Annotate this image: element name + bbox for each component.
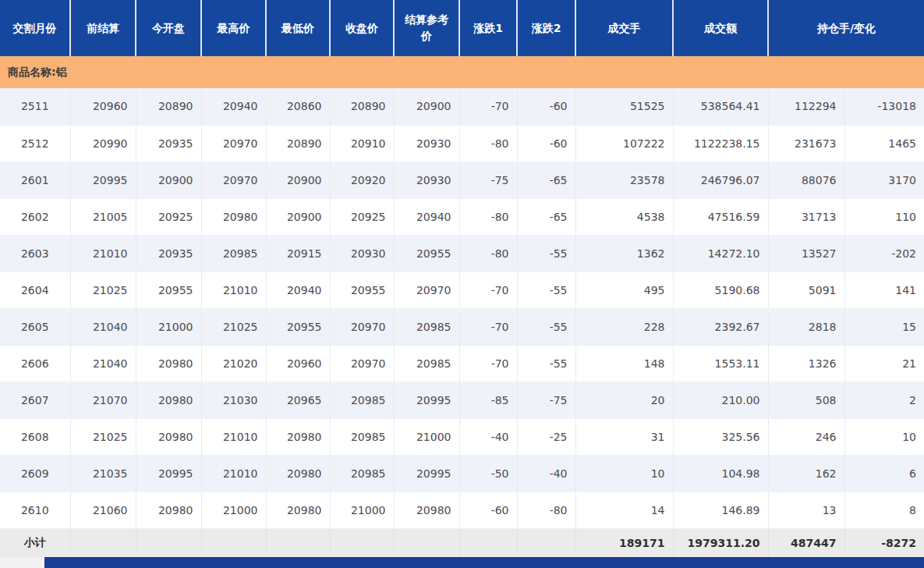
- cell-delivery_month: 2511: [0, 88, 70, 125]
- cell-prev_settlement: 21025: [70, 418, 136, 455]
- cell-oi_change: 3170: [844, 162, 924, 198]
- cell-turnover: 210.00: [673, 382, 768, 418]
- cell-settlement_ref: 20985: [394, 345, 459, 382]
- commodity-group-row: 商品名称:铝: [0, 56, 924, 88]
- subtotal-row: 小计 189171 1979311.20 487447 -8272: [0, 528, 924, 557]
- cell-settlement_ref: 20985: [394, 308, 459, 345]
- cell-prev_settlement: 21060: [70, 492, 136, 528]
- col-header-low: 最低价: [266, 0, 330, 56]
- cell-low: 20960: [266, 345, 330, 382]
- cell-delivery_month: 2609: [0, 455, 70, 492]
- cell-change1: -75: [459, 162, 517, 198]
- cell-empty: [517, 528, 575, 557]
- cell-settlement_ref: 20995: [394, 455, 459, 492]
- cell-close: 20920: [330, 162, 394, 198]
- subtotal-oi-change: -8272: [844, 528, 924, 557]
- cell-open_interest: 31713: [768, 198, 844, 235]
- cell-delivery_month: 2602: [0, 198, 70, 235]
- table-row: 2512209902093520970208902091020930-80-60…: [0, 125, 924, 162]
- cell-change2: -75: [517, 382, 575, 418]
- col-header-delivery-month: 交割月份: [0, 0, 70, 56]
- cell-change2: -65: [517, 162, 575, 198]
- cell-high: 21010: [201, 455, 266, 492]
- cell-open: 20925: [136, 198, 201, 235]
- cell-oi_change: -13018: [844, 88, 924, 125]
- cell-volume: 23578: [575, 162, 673, 198]
- cell-close: 20985: [330, 418, 394, 455]
- cell-oi_change: 2: [844, 382, 924, 418]
- cell-change2: -60: [517, 88, 575, 125]
- cell-delivery_month: 2605: [0, 308, 70, 345]
- table-row: 2605210402100021025209552097020985-70-55…: [0, 308, 924, 345]
- cell-low: 20860: [266, 88, 330, 125]
- cell-delivery_month: 2608: [0, 418, 70, 455]
- cell-change1: -70: [459, 345, 517, 382]
- cell-oi_change: 15: [844, 308, 924, 345]
- cell-volume: 4538: [575, 198, 673, 235]
- horizontal-scrollbar-thumb[interactable]: [44, 557, 924, 568]
- cell-oi_change: 10: [844, 418, 924, 455]
- cell-turnover: 246796.07: [673, 162, 768, 198]
- cell-high: 21020: [201, 345, 266, 382]
- cell-change2: -55: [517, 235, 575, 272]
- cell-change2: -65: [517, 198, 575, 235]
- cell-change1: -70: [459, 88, 517, 125]
- cell-volume: 10: [575, 455, 673, 492]
- cell-turnover: 1553.11: [673, 345, 768, 382]
- table-row: 2608210252098021010209802098521000-40-25…: [0, 418, 924, 455]
- cell-volume: 31: [575, 418, 673, 455]
- subtotal-label: 小计: [0, 528, 70, 557]
- cell-turnover: 1122238.15: [673, 125, 768, 162]
- cell-low: 20980: [266, 492, 330, 528]
- cell-open: 20980: [136, 418, 201, 455]
- cell-open: 20935: [136, 125, 201, 162]
- subtotal-open-interest: 487447: [768, 528, 844, 557]
- cell-low: 20890: [266, 125, 330, 162]
- cell-empty: [330, 528, 394, 557]
- table-row: 2602210052092520980209002092520940-80-65…: [0, 198, 924, 235]
- cell-empty: [136, 528, 201, 557]
- cell-turnover: 2392.67: [673, 308, 768, 345]
- cell-change1: -85: [459, 382, 517, 418]
- cell-open: 21000: [136, 308, 201, 345]
- col-header-settlement-ref: 结算参考价: [394, 0, 459, 56]
- cell-change2: -40: [517, 455, 575, 492]
- cell-change1: -40: [459, 418, 517, 455]
- horizontal-scrollbar-track[interactable]: [0, 557, 924, 568]
- cell-open: 20995: [136, 455, 201, 492]
- cell-turnover: 146.89: [673, 492, 768, 528]
- cell-settlement_ref: 20930: [394, 125, 459, 162]
- cell-close: 20930: [330, 235, 394, 272]
- cell-volume: 20: [575, 382, 673, 418]
- cell-volume: 1362: [575, 235, 673, 272]
- cell-low: 20980: [266, 455, 330, 492]
- cell-change2: -25: [517, 418, 575, 455]
- cell-high: 21010: [201, 418, 266, 455]
- cell-open_interest: 88076: [768, 162, 844, 198]
- cell-empty: [459, 528, 517, 557]
- cell-low: 20940: [266, 272, 330, 308]
- cell-prev_settlement: 21040: [70, 345, 136, 382]
- cell-settlement_ref: 20995: [394, 382, 459, 418]
- col-header-change1: 涨跌1: [459, 0, 517, 56]
- cell-open: 20955: [136, 272, 201, 308]
- cell-close: 20970: [330, 345, 394, 382]
- cell-prev_settlement: 20990: [70, 125, 136, 162]
- cell-close: 21000: [330, 492, 394, 528]
- cell-open_interest: 231673: [768, 125, 844, 162]
- cell-oi_change: 21: [844, 345, 924, 382]
- cell-low: 20955: [266, 308, 330, 345]
- cell-settlement_ref: 21000: [394, 418, 459, 455]
- cell-oi_change: 141: [844, 272, 924, 308]
- cell-settlement_ref: 20980: [394, 492, 459, 528]
- cell-open: 20980: [136, 345, 201, 382]
- cell-low: 20915: [266, 235, 330, 272]
- cell-delivery_month: 2603: [0, 235, 70, 272]
- futures-quotes-page: 交割月份 前结算 今开盘 最高价 最低价 收盘价 结算参考价 涨跌1 涨跌2 成…: [0, 0, 924, 568]
- cell-change1: -80: [459, 235, 517, 272]
- table-row: 2609210352099521010209802098520995-50-40…: [0, 455, 924, 492]
- cell-turnover: 325.56: [673, 418, 768, 455]
- cell-turnover: 47516.59: [673, 198, 768, 235]
- cell-settlement_ref: 20930: [394, 162, 459, 198]
- cell-change1: -60: [459, 492, 517, 528]
